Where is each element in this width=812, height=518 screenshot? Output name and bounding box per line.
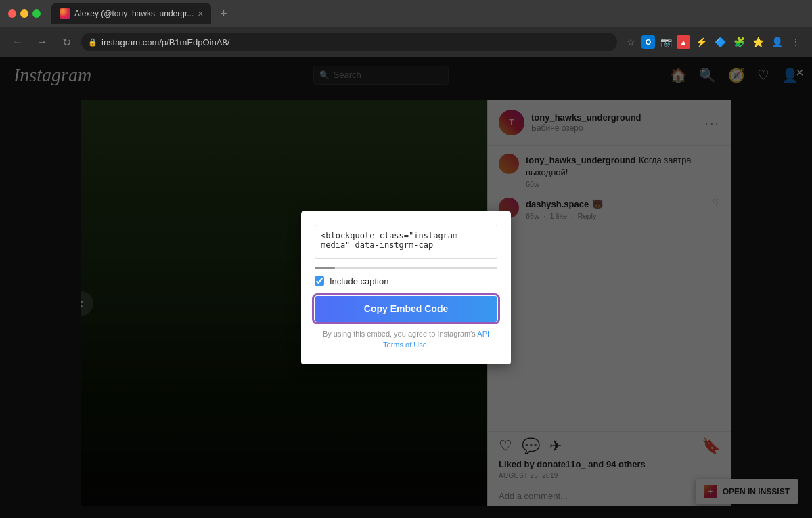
- tab-close-button[interactable]: ×: [198, 8, 203, 19]
- include-caption-label: Include caption: [330, 276, 388, 286]
- browser-toolbar: ← → ↻ 🔒 instagram.com/p/B1mEdpOinA8/ ☆ O…: [0, 27, 812, 57]
- active-tab[interactable]: Alexey (@tony_hawks_undergr... ×: [51, 3, 211, 24]
- extension-icon-2[interactable]: ⚡: [693, 34, 709, 50]
- back-icon: ←: [12, 36, 23, 48]
- address-text: instagram.com/p/B1mEdpOinA8/: [102, 37, 610, 47]
- forward-icon: →: [37, 36, 47, 48]
- traffic-lights: [8, 9, 41, 18]
- menu-icon[interactable]: ⋮: [788, 34, 804, 50]
- browser-tabs: Alexey (@tony_hawks_undergr... × +: [51, 3, 804, 24]
- terms-suffix: .: [427, 341, 429, 349]
- close-window-button[interactable]: [8, 9, 16, 18]
- browser-chrome: Alexey (@tony_hawks_undergr... × + ← → ↻…: [0, 0, 812, 57]
- forward-button[interactable]: →: [32, 33, 51, 51]
- embed-modal: <blockquote class="instagram-media" data…: [301, 211, 511, 364]
- embed-scrollbar: [315, 267, 497, 269]
- bookmark-star-icon[interactable]: ☆: [623, 34, 639, 50]
- browser-titlebar: Alexey (@tony_hawks_undergr... × +: [0, 0, 812, 27]
- toolbar-icons: ☆ O 📷 ▲ ⚡ 🔷 🧩 ⭐ 👤 ⋮: [623, 34, 804, 50]
- minimize-window-button[interactable]: [20, 9, 28, 18]
- extension-icon-4[interactable]: 🧩: [731, 34, 747, 50]
- back-button[interactable]: ←: [8, 33, 27, 51]
- new-tab-button[interactable]: +: [214, 4, 233, 23]
- terms-text: By using this embed, you agree to Instag…: [323, 330, 477, 338]
- embed-modal-overlay: <blockquote class="instagram-media" data…: [0, 57, 812, 518]
- include-caption-checkbox[interactable]: [315, 276, 324, 286]
- refresh-button[interactable]: ↻: [57, 33, 76, 51]
- instagram-content-area: Instagram 🔍 Search 🏠 🔍 🧭 ♡ 👤 × ‹: [0, 57, 812, 518]
- address-bar[interactable]: 🔒 instagram.com/p/B1mEdpOinA8/: [81, 33, 617, 51]
- refresh-icon: ↻: [62, 36, 71, 49]
- tab-title: Alexey (@tony_hawks_undergr...: [74, 9, 194, 18]
- extension-icon-5[interactable]: ⭐: [750, 34, 766, 50]
- include-caption-row: Include caption: [315, 276, 497, 286]
- extension-icon-red[interactable]: ▲: [677, 35, 690, 49]
- extension-icon-1[interactable]: 📷: [658, 34, 674, 50]
- embed-terms: By using this embed, you agree to Instag…: [315, 328, 497, 351]
- maximize-window-button[interactable]: [32, 9, 41, 18]
- extension-icon-3[interactable]: 🔷: [712, 34, 728, 50]
- extension-icon-6[interactable]: 👤: [769, 34, 785, 50]
- embed-scrollbar-thumb: [315, 267, 335, 269]
- tab-favicon: [60, 8, 70, 19]
- lock-icon: 🔒: [88, 38, 97, 47]
- embed-code-textarea[interactable]: <blockquote class="instagram-media" data…: [315, 225, 497, 259]
- copy-embed-button[interactable]: Copy Embed Code: [315, 296, 497, 322]
- outlook-extension-icon[interactable]: O: [641, 35, 655, 49]
